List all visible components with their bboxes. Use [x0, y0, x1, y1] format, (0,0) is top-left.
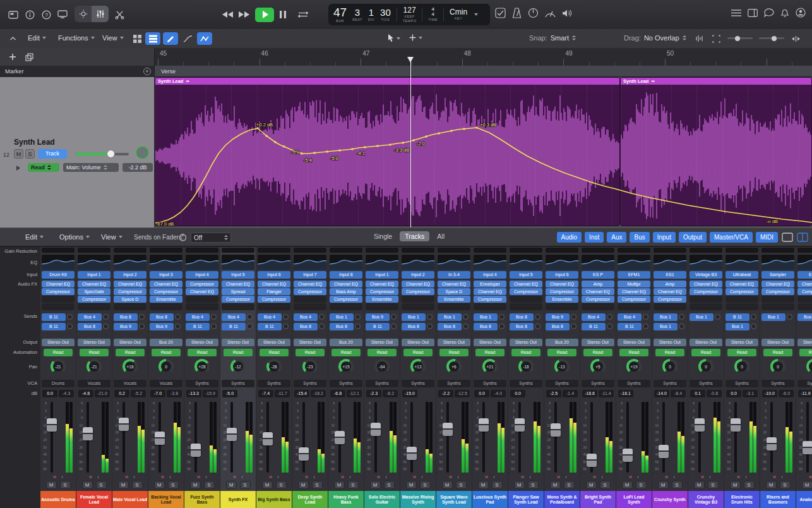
fader-cap[interactable] — [299, 447, 309, 461]
solo-button[interactable]: S — [708, 481, 719, 489]
lcd-chevron-icon[interactable] — [474, 13, 478, 16]
channel-strip-3[interactable]: Input 2 Channel EQCompressorSpace D Bus … — [112, 247, 148, 508]
track-name-plate[interactable]: Risers and Boomers — [760, 491, 796, 508]
audio-fx-slot[interactable] — [258, 303, 290, 310]
solo-button[interactable]: S — [600, 481, 611, 489]
output-slot[interactable]: Bus 20 — [546, 339, 578, 346]
automation-toggle-icon[interactable] — [197, 32, 212, 45]
send-slot[interactable]: Bus 8 — [510, 313, 534, 321]
volume-fader[interactable] — [698, 402, 701, 473]
volume-fader[interactable] — [590, 402, 593, 473]
send-slot[interactable]: Bus 8 — [510, 323, 534, 330]
mute-button[interactable]: M — [262, 481, 273, 489]
input-slot[interactable]: Input 8 — [330, 271, 362, 279]
pan-knob[interactable]: -13 — [554, 359, 570, 374]
record-enable-button[interactable]: R — [341, 475, 343, 480]
record-enable-button[interactable]: R — [773, 475, 775, 480]
fader-cap[interactable] — [155, 432, 165, 445]
eq-thumbnail[interactable] — [438, 255, 470, 270]
pan-knob[interactable]: +6 — [446, 359, 462, 374]
send-level-knob[interactable] — [391, 314, 397, 320]
pan-knob[interactable]: +21 — [482, 359, 498, 374]
audio-fx-slot[interactable]: Channel EQ — [654, 288, 686, 295]
automation-mode-button[interactable]: Read — [583, 349, 612, 356]
automation-mode-button[interactable]: Read — [547, 349, 576, 356]
audio-fx-slot[interactable]: Channel EQ — [366, 281, 398, 287]
send-slot[interactable]: Bus 4 — [618, 313, 642, 321]
input-slot[interactable]: Input 1 — [78, 271, 110, 279]
audio-fx-slot[interactable] — [42, 296, 75, 303]
automation-mode-button[interactable]: Read — [188, 349, 217, 356]
channel-strip-21[interactable]: Sampler Channel EQCompressor Bus 1 Stere… — [760, 247, 796, 508]
channel-strip-15[interactable]: Input 6 Channel EQCompressorEnsemble Bus… — [544, 247, 580, 508]
solo-button[interactable]: S — [384, 481, 395, 489]
tuner-icon[interactable] — [528, 8, 539, 18]
audio-fx-slot[interactable]: Flanger — [258, 288, 290, 295]
send-level-knob[interactable] — [463, 314, 469, 320]
audio-fx-slot[interactable]: Amp — [582, 281, 614, 287]
audio-fx-slot[interactable]: Amp — [654, 281, 686, 287]
vca-slot[interactable]: Synths — [222, 380, 254, 387]
input-monitor-button[interactable]: I — [566, 475, 567, 480]
input-slot[interactable]: Vintage B3 — [690, 271, 722, 279]
pointer-tool-selector[interactable] — [388, 34, 400, 42]
output-slot[interactable]: Stereo Out — [402, 339, 434, 346]
record-enable-button[interactable]: R — [809, 475, 811, 480]
channel-strip-13[interactable]: Input 4 EnveloperChannel EQCompressor Bu… — [472, 247, 508, 508]
audio-fx-slot[interactable] — [690, 296, 722, 303]
send-slot[interactable]: Bus 8 — [438, 323, 462, 330]
mute-button[interactable]: M — [766, 481, 777, 489]
automation-mode-button[interactable]: Read — [152, 349, 181, 356]
send-slot[interactable]: Bus 8 — [114, 313, 138, 321]
send-slot[interactable]: Bus 1 — [474, 313, 498, 321]
send-slot[interactable]: Bus 9 — [366, 313, 390, 321]
secondary-tool-selector[interactable] — [409, 34, 422, 41]
rewind-button[interactable] — [222, 11, 233, 18]
vca-slot[interactable]: Synths — [761, 380, 794, 387]
audio-fx-slot[interactable]: Compressor — [797, 288, 812, 295]
audio-fx-slot[interactable]: Channel EQ — [258, 281, 290, 287]
fader-cap[interactable] — [623, 449, 633, 462]
input-slot[interactable]: Ultrabeat — [725, 271, 758, 279]
audio-fx-slot[interactable]: Ensemble — [366, 296, 398, 303]
automation-mode-button[interactable]: Read — [475, 349, 505, 356]
pan-knob[interactable]: 0 — [158, 359, 174, 374]
send-slot[interactable]: Bus 1 — [438, 313, 462, 321]
record-enable-button[interactable]: R — [305, 475, 307, 480]
send-level-knob[interactable] — [643, 314, 648, 320]
send-slot[interactable]: Bus 9 — [150, 323, 174, 330]
send-slot[interactable]: B 11 — [725, 313, 749, 321]
mute-button[interactable]: M — [370, 481, 381, 489]
audio-fx-slot[interactable]: Channel EQ — [725, 281, 758, 287]
send-level-knob[interactable] — [535, 324, 540, 329]
audio-fx-slot[interactable]: Channel EQ — [402, 281, 434, 287]
vca-slot[interactable]: Drums — [42, 380, 75, 387]
audio-fx-slot[interactable] — [294, 303, 326, 310]
automation-mode-dropdown[interactable]: Read — [28, 163, 59, 172]
region-synth-lead-1[interactable]: Synth Lead∞ — [155, 77, 620, 226]
track-name-plate[interactable]: Acoustic Drums — [40, 491, 76, 508]
audio-fx-slot[interactable] — [725, 296, 758, 303]
send-slot[interactable]: Bus 8 — [78, 323, 102, 330]
send-level-knob[interactable] — [175, 314, 181, 320]
automation-mode-button[interactable]: Read — [763, 349, 792, 356]
send-slot[interactable]: Bus 8 — [294, 323, 318, 330]
volume-fader[interactable] — [194, 402, 197, 473]
input-monitor-button[interactable]: I — [674, 475, 675, 480]
track-name-plate[interactable]: Electronic Drum Hits — [724, 491, 760, 508]
input-monitor-button[interactable]: I — [62, 475, 63, 480]
automation-mode-button[interactable]: Read — [655, 349, 684, 356]
audio-fx-slot[interactable] — [114, 303, 146, 310]
master-volume-icon[interactable] — [562, 8, 573, 18]
audio-fx-slot[interactable]: Channel EQ — [474, 288, 506, 295]
send-slot[interactable]: Bus 4 — [222, 313, 246, 321]
send-level-knob[interactable] — [355, 324, 361, 329]
track-lanes-icon[interactable] — [145, 32, 160, 45]
vertical-zoom-slider[interactable] — [759, 37, 784, 39]
track-name-plate[interactable]: Flanger Saw Synth Lead — [508, 491, 544, 508]
input-monitor-button[interactable]: I — [314, 475, 315, 480]
record-enable-button[interactable]: R — [701, 475, 703, 480]
notifications-icon[interactable] — [780, 8, 789, 18]
eq-thumbnail[interactable] — [690, 255, 722, 270]
help-icon[interactable]: ? — [39, 8, 53, 21]
